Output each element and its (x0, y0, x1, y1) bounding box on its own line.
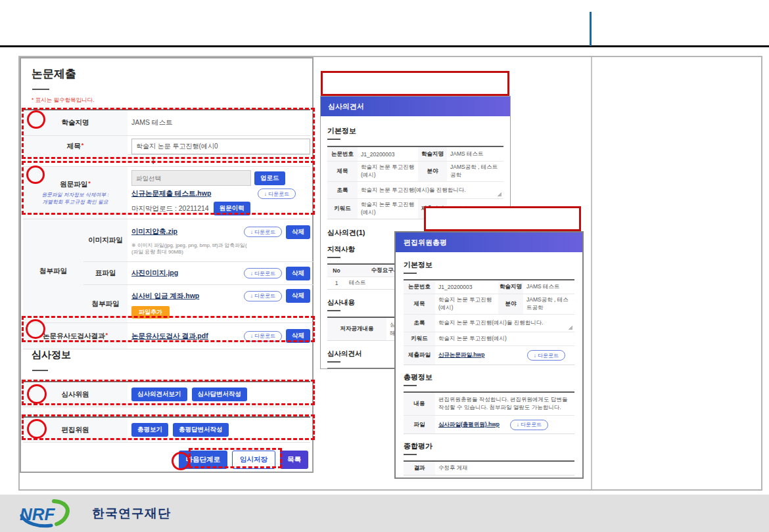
table-row: 내용 편집위원총평을 작성합니다. 편집위원에게도 답변을 작성할 수 있습니다… (404, 393, 574, 416)
keyword-value: 학술지 논문 투고진행(예시) (358, 199, 418, 219)
review-opinion-header: 심사의견서 (321, 97, 510, 116)
download-button[interactable]: ↓ 다운로드 (510, 420, 548, 430)
paper-no-label: 논문번호 (404, 280, 435, 294)
field-value: JAMS공학 , 테스트공학 (447, 162, 503, 181)
paper-title-label: 제목 (404, 294, 435, 314)
annotation-dashed-actions (189, 448, 282, 468)
field-label: 분야 (418, 162, 447, 181)
annotation-dashed-editor (22, 414, 315, 440)
keyword-label: 키워드 (404, 332, 435, 345)
abstract-label: 초록 (404, 315, 435, 332)
download-button[interactable]: ↓ 다운로드 (244, 291, 282, 301)
attachments-group: 첨부파일 이미지파일 이미지압축.zip ↓ 다운로드 삭제 ※ 이미지 파일(… (23, 219, 310, 323)
summary-info-title: 총평정보 (404, 372, 574, 382)
etc-file-link[interactable]: 심사비 입금 계좌.hwp (131, 292, 240, 301)
image-file-label: 이미지파일 (83, 219, 128, 261)
header-blue-tick (590, 12, 592, 46)
issues-underline (327, 257, 340, 258)
annotation-circle-6 (172, 452, 190, 470)
abstract-label: 초록 (327, 182, 358, 198)
overall-eval-underline (404, 454, 417, 455)
table-row: 제목 학술지 논문 투고진행(예시) 분야 JAMS공학 , 테스트공학 (404, 294, 574, 315)
footer-band: NRF 한국연구재단 (0, 495, 769, 532)
list-button[interactable]: 목록 (280, 451, 308, 469)
issues-col-no: No (327, 265, 346, 277)
summary-info-table: 내용 편집위원총평을 작성합니다. 편집위원에게도 답변을 작성할 수 있습니다… (404, 391, 574, 434)
summary-file-link[interactable]: 심사파일(총평위원).hwp (438, 421, 500, 429)
journal-name-value: JAMS 테스트 (447, 147, 503, 161)
abstract-value: 학술지 논문 투고진행(예시)을 진행합니다. (361, 187, 466, 194)
download-button[interactable]: ↓ 다운로드 (244, 268, 282, 278)
summary-content-label: 내용 (404, 393, 435, 415)
table-row: 제목 학술지 논문 투고진행(예시) 분야 JAMS공학 , 테스트공학 (327, 162, 503, 182)
svg-text:NRF: NRF (20, 504, 56, 524)
annotation-dashed-similarity (22, 316, 315, 342)
basic-info-title: 기본정보 (404, 260, 574, 270)
paper-no-label: 논문번호 (327, 147, 358, 161)
overall-eval-table: 결과 수정후 게재 (404, 460, 574, 476)
field-value: JAMS공학 , 테스트공학 (523, 294, 574, 314)
basic-info-underline (327, 139, 340, 140)
image-file-link[interactable]: 이미지압축.zip (131, 227, 240, 236)
overall-eval-title: 종합평가 (404, 441, 574, 451)
image-file-note: ※ 이미지 파일(jpg, jpeg, png, bmp, tif)과 압축파일… (131, 242, 247, 255)
callout-box-middle (424, 206, 581, 231)
editor-summary-panel: 편집위원총평 기본정보 논문번호 J1_20200003 학술지명 JAMS 테… (394, 231, 584, 479)
required-note: * 표시는 필수항목입니다. (32, 97, 94, 104)
delete-button[interactable]: 삭제 (286, 267, 310, 280)
resize-handle-icon (497, 192, 501, 196)
image-file-row: 이미지파일 이미지압축.zip ↓ 다운로드 삭제 ※ 이미지 파일(jpg, … (83, 219, 314, 262)
nrf-logo-icon: NRF (17, 499, 85, 528)
journal-name-value: JAMS 테스트 (523, 280, 574, 294)
summary-file-label: 파일 (404, 416, 435, 433)
annotation-dashed-title-rows (22, 108, 315, 159)
paper-title-label: 제목 (327, 162, 358, 181)
keyword-value: 학술지 논문 투고진행(예시) (435, 332, 574, 345)
org-name: 한국연구재단 (92, 505, 171, 522)
table-row: 파일 심사파일(총평위원).hwp ↓ 다운로드 (404, 416, 574, 433)
table-file-row: 표파일 사진이미지.jpg ↓ 다운로드 삭제 (83, 262, 314, 285)
editor-summary-header: 편집위원총평 (396, 233, 582, 252)
annotation-circle-2 (26, 166, 45, 184)
paper-no-value: J1_20200003 (358, 147, 418, 161)
frame-column-divider (591, 57, 592, 489)
page-title: 논문제출 (32, 66, 76, 81)
submit-file-label: 제출파일 (404, 346, 435, 365)
annotation-circle-3 (26, 319, 45, 339)
review-content-underline (327, 310, 340, 311)
table-row: 결과 수정후 게재 (404, 462, 574, 475)
keyword-label: 키워드 (327, 199, 358, 219)
table-row: 키워드 학술지 논문 투고진행(예시) (404, 332, 574, 346)
callout-box-top (321, 71, 509, 96)
review-info-underline (32, 370, 48, 371)
summary-content-value: 편집위원총평을 작성합니다. 편집위원에게도 답변을 작성할 수 있습니다. 첨… (435, 393, 574, 415)
basic-info-title: 기본정보 (327, 126, 503, 136)
header-divider-line (0, 45, 769, 47)
abstract-value: 학술지 논문 투고진행(예시)을 진행합니다. (438, 319, 544, 327)
issue-row-no: 1 (327, 277, 346, 289)
table-row: 논문번호 J1_20200003 학술지명 JAMS 테스트 (327, 147, 503, 162)
opinion-doc-underline (327, 361, 340, 363)
table-file-link[interactable]: 사진이미지.jpg (131, 269, 240, 278)
annotation-dashed-original-file (22, 161, 315, 215)
field-label: 분야 (498, 294, 523, 314)
submit-file-link[interactable]: 신규논문파일.hwp (438, 351, 484, 359)
table-row: 제출파일 신규논문파일.hwp ↓ 다운로드 (404, 346, 574, 365)
title-underline (32, 89, 49, 90)
annotation-circle-5 (27, 419, 47, 439)
page: 논문제출 * 표시는 필수항목입니다. 학술지명 JAMS 테스트 제목* ⋮ … (0, 0, 769, 532)
annotation-dashed-reviewer (22, 380, 315, 405)
delete-button[interactable]: 삭제 (286, 225, 310, 239)
basic-info-underline (404, 273, 417, 274)
eval-result-value: 수정후 게재 (435, 462, 574, 475)
table-row: 초록 학술지 논문 투고진행(예시)을 진행합니다. (404, 315, 574, 332)
basic-info-table: 논문번호 J1_20200003 학술지명 JAMS 테스트 제목 학술지 논문… (404, 279, 574, 365)
table-row: 논문번호 J1_20200003 학술지명 JAMS 테스트 (404, 280, 574, 294)
resize-handle-icon (568, 325, 572, 330)
download-button[interactable]: ↓ 다운로드 (244, 227, 282, 237)
paper-title-value: 학술지 논문 투고진행(예시) (435, 294, 498, 314)
table-file-label: 표파일 (83, 262, 128, 284)
download-button[interactable]: ↓ 다운로드 (527, 350, 565, 361)
table-row: 초록 학술지 논문 투고진행(예시)을 진행합니다. (327, 182, 503, 199)
delete-button[interactable]: 삭제 (286, 289, 310, 303)
